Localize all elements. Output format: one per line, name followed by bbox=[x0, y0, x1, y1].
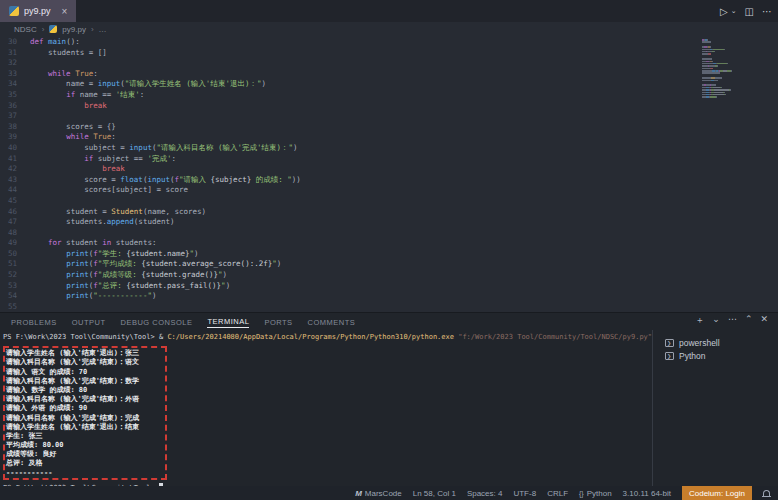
code-text: break bbox=[30, 101, 107, 112]
status-python-interpreter[interactable]: 3.10.11 64-bit bbox=[623, 489, 671, 498]
line-number: 42 bbox=[0, 164, 30, 175]
code-area[interactable]: 30def main():31 students = []3233 while … bbox=[0, 36, 778, 312]
status-marscode[interactable]: MMarsCode bbox=[355, 489, 402, 498]
line-number: 30 bbox=[0, 37, 30, 48]
red-annotation-box: 请输入学生姓名 (输入'结束'退出)：张三请输入科目名称 (输入'完成'结束)：… bbox=[3, 346, 167, 480]
breadcrumb-symbol[interactable]: … bbox=[99, 25, 107, 34]
minimap-line bbox=[702, 56, 748, 58]
status-label: UTF-8 bbox=[513, 489, 536, 498]
code-text: score = float(input(f"请输入 {subject} 的成绩:… bbox=[30, 175, 301, 186]
code-text: student = Student(name, scores) bbox=[30, 207, 206, 218]
terminal-output-line: 请输入学生姓名 (输入'结束'退出)：张三 bbox=[6, 349, 165, 358]
code-text: print(f"成绩等级: {student.grade()}") bbox=[30, 270, 227, 281]
line-number: 35 bbox=[0, 90, 30, 101]
breadcrumb-folder[interactable]: NDSC bbox=[14, 25, 37, 34]
code-line: 31 students = [] bbox=[0, 48, 778, 59]
status-indentation[interactable]: Spaces: 4 bbox=[467, 489, 503, 498]
split-editor-icon[interactable]: ◫ bbox=[745, 6, 754, 17]
breadcrumb-file[interactable]: py9.py bbox=[62, 25, 86, 34]
minimap[interactable] bbox=[702, 39, 748, 101]
terminal-output-line: 请输入科目名称 (输入'完成'结束)：数学 bbox=[6, 377, 165, 386]
code-line: 30def main(): bbox=[0, 37, 778, 48]
minimap-line bbox=[702, 39, 748, 41]
code-line: 53 print(f"总评: {student.pass_fail()}") bbox=[0, 281, 778, 292]
code-line: 36 break bbox=[0, 101, 778, 112]
terminal-output-line: 请输入学生姓名 (输入'结束'退出)：结束 bbox=[6, 423, 165, 432]
line-number: 43 bbox=[0, 175, 30, 186]
line-number: 34 bbox=[0, 79, 30, 90]
run-dropdown-icon[interactable]: ⌄ bbox=[731, 7, 737, 15]
status-label: Ln 58, Col 1 bbox=[413, 489, 456, 498]
marscode-icon: M bbox=[355, 489, 362, 498]
terminal-more-actions-icon[interactable]: ⋯ bbox=[728, 314, 737, 327]
code-line: 42 break bbox=[0, 164, 778, 175]
tab-py9[interactable]: py9.py × bbox=[0, 0, 76, 22]
panel-tab-output[interactable]: OUTPUT bbox=[72, 316, 106, 328]
code-line: 55 bbox=[0, 302, 778, 312]
code-line: 34 name = input("请输入学生姓名 (输入'结束'退出)：") bbox=[0, 79, 778, 90]
panel-tab-terminal[interactable]: TERMINAL bbox=[207, 315, 249, 328]
panel-tab-comments[interactable]: COMMENTS bbox=[308, 316, 356, 328]
status-eol[interactable]: CRLF bbox=[547, 489, 568, 498]
terminal-prompt[interactable]: PS F:\Work\2023 Tool\Community\Tool> bbox=[3, 483, 652, 486]
new-terminal-icon[interactable]: ＋ bbox=[695, 314, 704, 327]
panel-tab-bar: PROBLEMSOUTPUTDEBUG CONSOLETERMINALPORTS… bbox=[0, 313, 778, 330]
minimap-line bbox=[702, 99, 748, 101]
panel-tab-debug-console[interactable]: DEBUG CONSOLE bbox=[121, 316, 193, 328]
code-editor[interactable]: 30def main():31 students = []3233 while … bbox=[0, 36, 778, 312]
minimap-line bbox=[702, 41, 748, 43]
status-label: CRLF bbox=[547, 489, 568, 498]
minimap-line bbox=[702, 58, 748, 60]
code-line: 39 while True: bbox=[0, 132, 778, 143]
panel-tab-ports[interactable]: PORTS bbox=[264, 316, 292, 328]
code-text: if subject == '完成': bbox=[30, 154, 176, 165]
terminal-icon: ❯ bbox=[665, 339, 674, 347]
status-label: Python bbox=[587, 489, 612, 498]
tab-label: py9.py bbox=[24, 6, 51, 16]
code-line: 33 while True: bbox=[0, 69, 778, 80]
line-number: 37 bbox=[0, 111, 30, 122]
code-text: print("-----------") bbox=[30, 291, 156, 302]
terminal[interactable]: PS F:\Work\2023 Tool\Community\Tool> & C… bbox=[0, 330, 652, 486]
code-text: if name == '结束': bbox=[30, 90, 144, 101]
run-button[interactable]: ▷ bbox=[720, 6, 728, 17]
status-language-mode[interactable]: {}Python bbox=[579, 489, 612, 498]
code-text: break bbox=[30, 164, 125, 175]
status-label: Codeium: Login bbox=[689, 489, 745, 498]
close-panel-icon[interactable]: ✕ bbox=[760, 314, 768, 327]
status-notifications-bell[interactable] bbox=[763, 490, 770, 496]
terminal-profile-dropdown-icon[interactable]: ⌄ bbox=[712, 314, 720, 327]
terminal-list-item-powershell[interactable]: ❯powershell bbox=[653, 336, 778, 349]
status-label: MarsCode bbox=[365, 489, 402, 498]
close-tab-icon[interactable]: × bbox=[62, 6, 68, 17]
status-encoding[interactable]: UTF-8 bbox=[513, 489, 536, 498]
status-codeium-login[interactable]: Codeium: Login bbox=[682, 486, 752, 500]
line-number: 51 bbox=[0, 259, 30, 270]
code-text: scores[subject] = score bbox=[30, 185, 188, 196]
code-text: while True: bbox=[30, 132, 116, 143]
line-number: 32 bbox=[0, 58, 30, 69]
status-cursor-position[interactable]: Ln 58, Col 1 bbox=[413, 489, 456, 498]
maximize-panel-icon[interactable]: ⌃ bbox=[745, 314, 753, 327]
line-number: 44 bbox=[0, 185, 30, 196]
line-number: 49 bbox=[0, 238, 30, 249]
breadcrumb-separator: › bbox=[91, 25, 94, 34]
minimap-line bbox=[702, 63, 748, 65]
line-number: 39 bbox=[0, 132, 30, 143]
code-line: 46 student = Student(name, scores) bbox=[0, 207, 778, 218]
bell-icon bbox=[763, 490, 770, 496]
code-line: 51 print(f"平均成绩: {student.average_score(… bbox=[0, 259, 778, 270]
code-line: 45 bbox=[0, 196, 778, 207]
panel-tab-problems[interactable]: PROBLEMS bbox=[11, 316, 57, 328]
line-number: 54 bbox=[0, 291, 30, 302]
line-number: 55 bbox=[0, 302, 30, 312]
minimap-line bbox=[702, 70, 748, 72]
terminal-icon: ❯ bbox=[665, 352, 674, 360]
editor-more-actions-icon[interactable]: ⋯ bbox=[762, 6, 772, 17]
terminal-list-item-python[interactable]: ❯Python bbox=[653, 349, 778, 362]
vscode-window: py9.py × ▷ ⌄ ◫ ⋯ NDSC › py9.py › … 30def… bbox=[0, 0, 778, 500]
minimap-line bbox=[702, 49, 748, 51]
minimap-line bbox=[702, 65, 748, 67]
terminal-output-line: 请输入 外语 的成绩: 90 bbox=[6, 404, 165, 413]
minimap-line bbox=[702, 51, 748, 53]
